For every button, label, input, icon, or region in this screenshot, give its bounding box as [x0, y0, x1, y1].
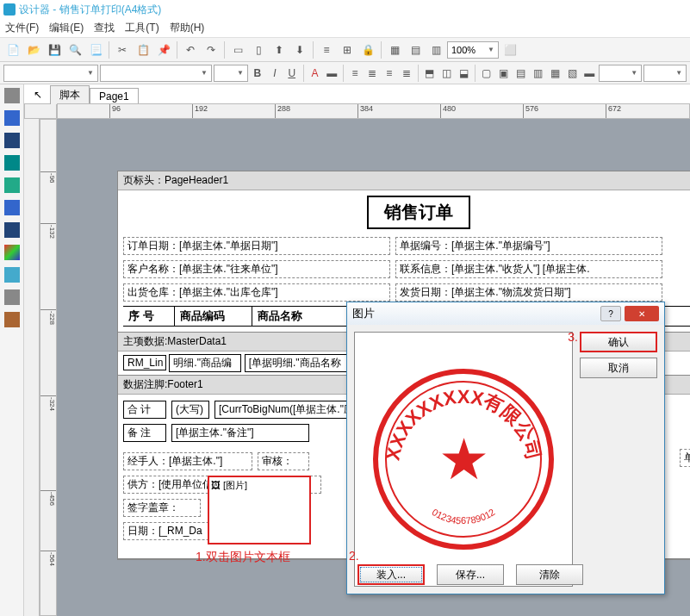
cell-code[interactable]: 明细."商品编 — [169, 354, 241, 372]
cancel-button[interactable]: 取消 — [580, 358, 657, 378]
border1-icon[interactable]: ▢ — [479, 64, 494, 83]
lock-icon[interactable]: 🔒 — [358, 40, 377, 59]
redo-icon[interactable]: ↷ — [202, 40, 221, 59]
save-icon[interactable]: 💾 — [45, 40, 64, 59]
cell-handler[interactable]: 经手人：[单据主体."] — [123, 452, 252, 470]
back-icon[interactable]: ⬇ — [290, 40, 309, 59]
field-order-no[interactable]: 单据编号：[单据主体."单据编号"] — [395, 237, 662, 255]
cell-total-label[interactable]: 合 计 — [123, 401, 166, 419]
bordercolor-icon[interactable]: ▬ — [581, 64, 597, 83]
dialog-titlebar[interactable]: 图片 ? ✕ — [347, 302, 664, 325]
valign-top-icon[interactable]: ⬒ — [421, 64, 437, 83]
underline-icon[interactable]: U — [284, 64, 300, 83]
grid2-icon[interactable]: ▤ — [406, 40, 425, 59]
align-just-icon[interactable]: ≣ — [399, 64, 414, 83]
valign-bot-icon[interactable]: ⬓ — [456, 64, 471, 83]
field-warehouse[interactable]: 出货仓库：[单据主体."出库仓库"] — [123, 283, 390, 302]
load-button[interactable]: 装入... — [357, 564, 425, 585]
size-combo[interactable]: ▼ — [214, 65, 248, 82]
band-pageheader-label[interactable]: 页标头：PageHeader1 — [118, 171, 690, 190]
align-left-icon[interactable]: ≡ — [347, 64, 363, 83]
style-combo[interactable]: ▼ — [3, 65, 98, 82]
cell-name[interactable]: [单据明细."商品名称 — [245, 354, 357, 372]
cell-lineno[interactable]: RM_Lin — [123, 355, 166, 370]
palette-text-icon[interactable] — [4, 110, 20, 126]
field-customer[interactable]: 客户名称：[单据主体."往来单位"] — [123, 260, 390, 278]
preview-icon[interactable]: 🔍 — [65, 40, 84, 59]
bold-icon[interactable]: B — [250, 64, 265, 83]
valign-mid-icon[interactable]: ◫ — [438, 64, 454, 83]
report-title[interactable]: 销售订单 — [367, 196, 470, 229]
tab-script[interactable]: 脚本 — [50, 85, 90, 104]
palette-calc-icon[interactable] — [4, 133, 20, 148]
page-icon[interactable]: 📃 — [86, 40, 105, 59]
cell-unit-day[interactable]: 单日 — [680, 449, 690, 467]
save-button[interactable]: 保存... — [437, 564, 504, 585]
clear-button[interactable]: 清除 — [516, 564, 583, 585]
window-title: 设计器 - 销售订单打印(A4格式) — [19, 3, 161, 17]
paste-icon[interactable]: 📌 — [154, 40, 173, 59]
borderstyle-combo[interactable]: ▼ — [643, 65, 687, 82]
vertical-ruler: -96 -132 -228 -324 -456 -564 — [40, 119, 57, 616]
cut-icon[interactable]: ✂ — [113, 40, 132, 59]
menu-file[interactable]: 文件(F) — [5, 21, 39, 35]
menu-help[interactable]: 帮助(H) — [170, 21, 205, 35]
menu-tools[interactable]: 工具(T) — [125, 21, 159, 35]
palette-shape-icon[interactable] — [4, 177, 20, 193]
cell-remark-label[interactable]: 备 注 — [123, 424, 166, 442]
menu-edit[interactable]: 编辑(E) — [49, 21, 84, 35]
cell-signstamp[interactable]: 签字盖章： — [123, 499, 201, 517]
grid3-icon[interactable]: ▥ — [426, 40, 445, 59]
copy-icon[interactable]: 📋 — [134, 40, 152, 59]
component-palette — [0, 84, 24, 616]
palette-lines-icon[interactable] — [4, 289, 20, 305]
tab-page1[interactable]: Page1 — [90, 88, 139, 104]
palette-dots-icon[interactable] — [4, 88, 20, 103]
border6-icon[interactable]: ▧ — [564, 64, 580, 83]
border5-icon[interactable]: ▦ — [547, 64, 563, 83]
palette-code-icon[interactable] — [4, 267, 20, 283]
grid1-icon[interactable]: ▦ — [385, 40, 404, 59]
palette-image-icon[interactable] — [4, 222, 20, 238]
front-icon[interactable]: ⬆ — [270, 40, 289, 59]
align-right-icon[interactable]: ≡ — [382, 64, 397, 83]
field-shipdate[interactable]: 发货日期：[单据主体."物流发货日期"] — [395, 283, 662, 302]
undo-icon[interactable]: ↶ — [181, 40, 200, 59]
palette-db-icon[interactable] — [4, 155, 20, 171]
italic-icon[interactable]: I — [267, 64, 283, 83]
group-icon[interactable]: ▭ — [228, 40, 247, 59]
align-icon[interactable]: ≡ — [317, 40, 336, 59]
theme-icon[interactable]: ⬜ — [500, 40, 519, 59]
border2-icon[interactable]: ▣ — [496, 64, 512, 83]
palette-band-icon[interactable] — [4, 200, 20, 215]
ungroup-icon[interactable]: ▯ — [249, 40, 268, 59]
svg-text:0123456789012: 0123456789012 — [430, 507, 496, 526]
fontcolor-icon[interactable]: A — [307, 64, 322, 83]
align2-icon[interactable]: ⊞ — [338, 40, 357, 59]
fillcolor-icon[interactable]: ▬ — [324, 64, 339, 83]
zoom-combo[interactable]: 100%▼ — [447, 41, 499, 59]
borderwidth-combo[interactable]: ▼ — [599, 65, 642, 82]
titlebar: 设计器 - 销售订单打印(A4格式) — [0, 0, 690, 19]
menu-find[interactable]: 查找 — [94, 21, 115, 35]
align-center-icon[interactable]: ≣ — [364, 64, 380, 83]
open-icon[interactable]: 📂 — [24, 40, 43, 59]
annotation-2: 2. — [349, 549, 359, 563]
cell-remark-value[interactable]: [单据主体."备注"] — [171, 424, 309, 442]
help-icon[interactable]: ? — [600, 306, 621, 321]
palette-barcode-icon[interactable] — [4, 312, 20, 327]
cell-audit[interactable]: 审核： — [258, 452, 309, 470]
pointer-tool-icon[interactable]: ↖ — [29, 86, 47, 103]
ok-button[interactable]: 确认 — [580, 332, 657, 352]
border3-icon[interactable]: ▤ — [513, 64, 529, 83]
app-logo-icon — [3, 3, 16, 16]
close-icon[interactable]: ✕ — [625, 306, 659, 321]
image-placeholder[interactable]: 🖼 [图片] — [208, 476, 311, 544]
field-order-date[interactable]: 订单日期：[单据主体."单据日期"] — [123, 237, 390, 255]
font-combo[interactable]: ▼ — [100, 65, 212, 82]
palette-chart-icon[interactable] — [4, 245, 20, 260]
border4-icon[interactable]: ▥ — [531, 64, 546, 83]
cell-bigwrite-label[interactable]: (大写) — [171, 401, 209, 419]
new-icon[interactable]: 📄 — [3, 40, 22, 59]
field-contact[interactable]: 联系信息：[单据主体."收货人"] [单据主体. — [395, 260, 662, 278]
